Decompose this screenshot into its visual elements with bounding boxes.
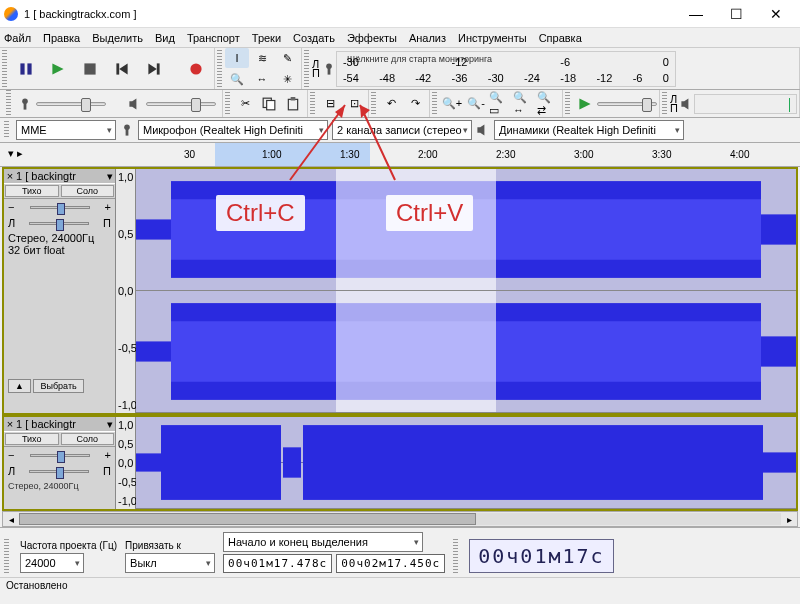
- svg-rect-33: [761, 336, 796, 366]
- svg-rect-10: [328, 69, 331, 75]
- menu-edit[interactable]: Правка: [43, 32, 80, 44]
- track2-format: Стерео, 24000Гц: [4, 479, 115, 494]
- gain2-slider[interactable]: [30, 454, 90, 457]
- sel-end-field[interactable]: 00ч02м17.450с: [336, 554, 445, 573]
- svg-rect-31: [136, 341, 171, 361]
- svg-rect-1: [27, 63, 31, 74]
- track2-title-bar[interactable]: × 1 [ backingtr ▾: [4, 417, 115, 431]
- menu-view[interactable]: Вид: [155, 32, 175, 44]
- horizontal-scrollbar[interactable]: ◂ ▸: [2, 511, 798, 527]
- track-title-bar[interactable]: × 1 [ backingtr ▾: [4, 169, 115, 183]
- zoom-toggle-button[interactable]: 🔍⇄: [536, 92, 560, 116]
- record-volume-slider[interactable]: [36, 102, 106, 106]
- sel-start-field[interactable]: 00ч01м17.478с: [223, 554, 332, 573]
- svg-marker-6: [148, 63, 156, 74]
- svg-marker-13: [129, 98, 136, 109]
- menu-transport[interactable]: Транспорт: [187, 32, 240, 44]
- stop-button[interactable]: [74, 53, 106, 85]
- svg-point-8: [190, 63, 201, 74]
- svg-point-9: [326, 63, 332, 69]
- mute-button[interactable]: Тихо: [5, 185, 59, 197]
- vertical-scale[interactable]: 1,0 0,5 0,0 -0,5 -1,0: [116, 169, 136, 413]
- select-track-button[interactable]: Выбрать: [33, 379, 83, 393]
- pan-slider[interactable]: [29, 222, 89, 225]
- copy-button[interactable]: [257, 92, 281, 116]
- scroll-left-icon[interactable]: ◂: [3, 514, 19, 525]
- multi-tool[interactable]: ✳: [275, 69, 299, 89]
- svg-marker-22: [477, 124, 484, 135]
- track2-close-icon[interactable]: ×: [4, 418, 16, 430]
- solo2-button[interactable]: Соло: [61, 433, 115, 445]
- menu-tracks[interactable]: Треки: [252, 32, 281, 44]
- menu-analyze[interactable]: Анализ: [409, 32, 446, 44]
- waveform2-area[interactable]: [136, 417, 796, 509]
- track2-menu-icon[interactable]: ▾: [105, 418, 115, 431]
- selection-mode-combo[interactable]: Начало и конец выделения: [223, 532, 423, 552]
- record-button[interactable]: [180, 53, 212, 85]
- timeshift-tool[interactable]: ↔: [250, 69, 274, 89]
- rate-label: Частота проекта (Гц): [20, 540, 117, 551]
- mic-meter-icon: [322, 62, 336, 76]
- pan2-slider[interactable]: [29, 470, 89, 473]
- speaker-meter-icon: [680, 97, 694, 111]
- menu-bar: Файл Правка Выделить Вид Транспорт Треки…: [0, 28, 800, 48]
- cut-button[interactable]: ✂: [233, 92, 257, 116]
- solo-button[interactable]: Соло: [61, 185, 115, 197]
- svg-marker-18: [579, 98, 590, 109]
- menu-select[interactable]: Выделить: [92, 32, 143, 44]
- menu-generate[interactable]: Создать: [293, 32, 335, 44]
- svg-rect-27: [761, 214, 796, 244]
- svg-marker-5: [119, 63, 127, 74]
- svg-rect-7: [157, 63, 160, 74]
- play-button[interactable]: [42, 53, 74, 85]
- skip-end-button[interactable]: [138, 53, 170, 85]
- svg-rect-12: [24, 104, 27, 110]
- collapse-icon[interactable]: ▲: [8, 379, 31, 393]
- skip-start-button[interactable]: [106, 53, 138, 85]
- zoom-sel-button[interactable]: 🔍▭: [488, 92, 512, 116]
- meter-p-label: П: [312, 69, 320, 78]
- menu-help[interactable]: Справка: [539, 32, 582, 44]
- speaker-device-icon: [476, 123, 490, 137]
- svg-marker-2: [52, 63, 63, 74]
- rate-combo[interactable]: 24000: [20, 553, 84, 573]
- track-menu-icon[interactable]: ▾: [105, 170, 115, 183]
- track-close-icon[interactable]: ×: [4, 170, 16, 182]
- play-volume-slider[interactable]: [146, 102, 216, 106]
- zoom-fit-button[interactable]: 🔍↔: [512, 92, 536, 116]
- svg-rect-3: [84, 63, 95, 74]
- maximize-button[interactable]: ☐: [716, 1, 756, 27]
- waveform-area[interactable]: Ctrl+C Ctrl+V: [136, 169, 796, 413]
- menu-effects[interactable]: Эффекты: [347, 32, 397, 44]
- status-bar: Остановлено: [0, 577, 800, 595]
- envelope-tool[interactable]: ≋: [250, 48, 274, 68]
- gain-slider[interactable]: [30, 206, 90, 209]
- play-meter[interactable]: [694, 94, 797, 114]
- minimize-button[interactable]: —: [676, 1, 716, 27]
- mic-icon: [18, 97, 32, 111]
- svg-rect-41: [763, 452, 796, 472]
- track-2: × 1 [ backingtr ▾ Тихо Соло −+ ЛП Стерео…: [2, 415, 798, 511]
- position-display[interactable]: 00ч01м17с: [469, 539, 613, 573]
- svg-rect-15: [267, 100, 275, 109]
- snap-combo[interactable]: Выкл: [125, 553, 215, 573]
- close-button[interactable]: ✕: [756, 1, 796, 27]
- scroll-right-icon[interactable]: ▸: [781, 514, 797, 525]
- svg-rect-25: [136, 219, 171, 239]
- svg-point-11: [22, 98, 28, 104]
- record-meter[interactable]: Щёлкните для старта мониторинга -30 -12 …: [336, 51, 676, 87]
- menu-file[interactable]: Файл: [4, 32, 31, 44]
- menu-tools[interactable]: Инструменты: [458, 32, 527, 44]
- selection-tool[interactable]: I: [225, 48, 249, 68]
- zoom-tool[interactable]: 🔍: [225, 69, 249, 89]
- host-combo[interactable]: MME: [16, 120, 116, 140]
- draw-tool[interactable]: ✎: [275, 48, 299, 68]
- svg-rect-4: [116, 63, 119, 74]
- svg-point-20: [124, 124, 130, 130]
- output-combo[interactable]: Динамики (Realtek High Definiti: [494, 120, 684, 140]
- pause-button[interactable]: [10, 53, 42, 85]
- play-speed-slider[interactable]: [597, 102, 657, 106]
- mute2-button[interactable]: Тихо: [5, 433, 59, 445]
- play-at-speed-button[interactable]: [573, 92, 597, 116]
- app-icon: [4, 7, 18, 21]
